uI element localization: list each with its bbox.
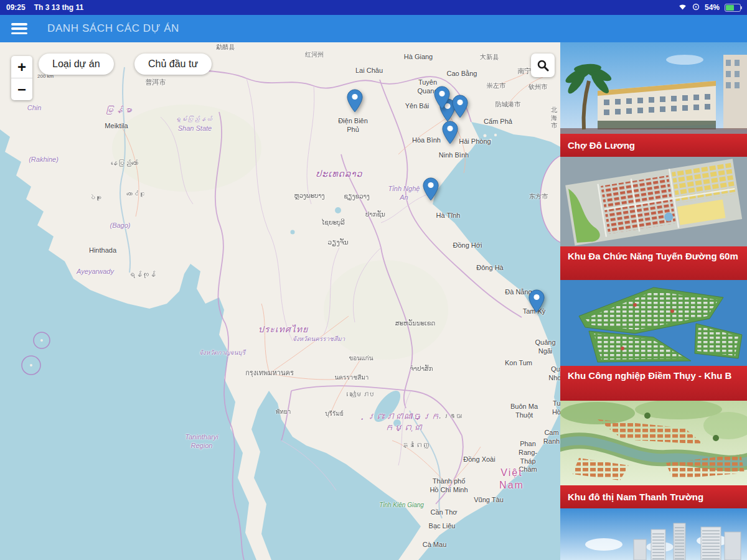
map-canvas[interactable]: Lai ChâuHà GiangCao BằngTuyên QuangYên B… bbox=[0, 42, 560, 560]
zoom-in-button[interactable]: + bbox=[11, 56, 32, 78]
search-icon bbox=[537, 59, 549, 72]
date: Th 3 13 thg 11 bbox=[34, 3, 83, 12]
project-thumbnail bbox=[560, 157, 747, 246]
zoom-control: + − bbox=[11, 56, 32, 100]
project-thumbnail bbox=[560, 42, 747, 134]
header-bar: DANH SÁCH CÁC DỰ ÁN bbox=[0, 15, 747, 42]
battery-icon bbox=[725, 4, 741, 12]
project-card[interactable]: Khu đô thị Nam Thanh Trường bbox=[560, 401, 747, 508]
project-card[interactable]: Khu Công nghiệp Điềm Thụy - Khu B bbox=[560, 280, 747, 401]
map-marker[interactable] bbox=[452, 95, 468, 118]
menu-icon[interactable] bbox=[11, 23, 27, 34]
map-marker[interactable] bbox=[434, 86, 450, 110]
map-marker[interactable] bbox=[423, 177, 439, 201]
project-title: Khu Công nghiệp Điềm Thụy - Khu B bbox=[560, 366, 747, 401]
project-thumbnail bbox=[560, 401, 747, 485]
battery-percent: 54% bbox=[705, 3, 720, 12]
map-marker[interactable] bbox=[442, 121, 458, 144]
map-marker[interactable] bbox=[529, 289, 545, 313]
project-card[interactable]: Chợ Đô Lương bbox=[560, 42, 747, 157]
project-thumbnail bbox=[560, 508, 747, 560]
project-title: Chợ Đô Lương bbox=[560, 134, 747, 157]
wifi-icon bbox=[678, 3, 687, 12]
project-type-filter-button[interactable]: Loại dự án bbox=[39, 54, 114, 75]
clock: 09:25 bbox=[6, 3, 26, 12]
page-title: DANH SÁCH CÁC DỰ ÁN bbox=[47, 22, 179, 35]
search-button[interactable] bbox=[531, 54, 555, 77]
project-title: Khu Đa Chức Năng Tuyến Đường 60m bbox=[560, 246, 747, 280]
orientation-lock-icon bbox=[692, 3, 700, 12]
zoom-out-button[interactable]: − bbox=[11, 78, 32, 100]
status-bar: 09:25 Th 3 13 thg 11 54% bbox=[0, 0, 747, 15]
map-basemap bbox=[0, 42, 560, 560]
app-root: 09:25 Th 3 13 thg 11 54% DANH SÁCH CÁC D… bbox=[0, 0, 747, 560]
investor-filter-button[interactable]: Chủ đầu tư bbox=[134, 54, 212, 75]
project-thumbnail bbox=[560, 280, 747, 366]
project-title: Khu đô thị Nam Thanh Trường bbox=[560, 485, 747, 508]
map-marker[interactable] bbox=[347, 89, 363, 113]
project-list-sidebar: Chợ Đô Lương bbox=[560, 42, 747, 560]
project-card[interactable] bbox=[560, 508, 747, 560]
project-card[interactable]: Khu Đa Chức Năng Tuyến Đường 60m bbox=[560, 157, 747, 280]
